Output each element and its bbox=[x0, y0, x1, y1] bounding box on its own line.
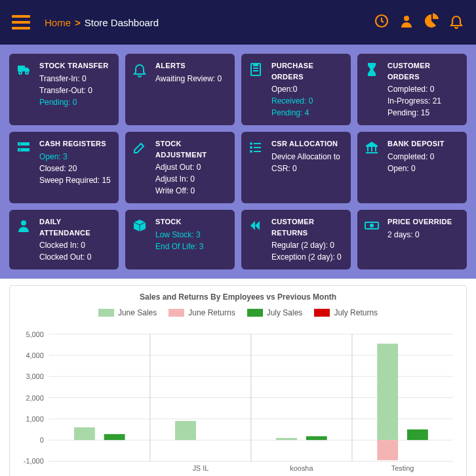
card-body: CUSTOMER RETURNSRegular (2 day): 0Except… bbox=[271, 216, 344, 263]
card-title: CUSTOMER ORDERS bbox=[387, 60, 460, 82]
dashboard-card[interactable]: DAILY ATTENDANCEClocked In: 0Clocked Out… bbox=[9, 210, 119, 269]
card-stat: Adjust In: 0 bbox=[155, 173, 228, 185]
legend-label: July Returns bbox=[334, 308, 378, 317]
dashboard-card[interactable]: CSR ALLOCATIONDevice Allocation to CSR: … bbox=[241, 132, 351, 203]
svg-rect-12 bbox=[367, 147, 368, 151]
svg-rect-44 bbox=[377, 440, 398, 460]
card-body: STOCK TRANSFERTransfer-In: 0Transfer-Out… bbox=[39, 60, 112, 119]
legend-item[interactable]: June Sales bbox=[98, 308, 157, 317]
card-stat: Transfer-Out: 0 bbox=[39, 85, 112, 96]
svg-rect-13 bbox=[371, 147, 372, 151]
svg-rect-34 bbox=[104, 434, 125, 440]
svg-rect-39 bbox=[276, 438, 297, 440]
clock-icon[interactable] bbox=[374, 13, 389, 31]
card-body: PURCHASE ORDERSOpen:0Received: 0Pending:… bbox=[271, 60, 344, 119]
svg-point-2 bbox=[19, 71, 22, 74]
svg-rect-14 bbox=[375, 147, 376, 151]
svg-text:3,000: 3,000 bbox=[26, 372, 43, 380]
card-stat: Device Allocation to CSR: 0 bbox=[271, 151, 344, 174]
card-stat: Write Off: 0 bbox=[155, 185, 228, 197]
dashboard-card[interactable]: CUSTOMER RETURNSRegular (2 day): 0Except… bbox=[241, 210, 351, 269]
card-title: CASH REGISTERS bbox=[39, 138, 112, 149]
card-body: STOCKLow Stock: 3End Of Life: 3 bbox=[155, 216, 228, 263]
app-header: Home > Store Dashboard bbox=[0, 0, 476, 45]
page-title: Store Dashboard bbox=[85, 17, 159, 28]
svg-point-8 bbox=[20, 149, 21, 151]
card-stat: Pending: 15 bbox=[387, 107, 460, 119]
breadcrumb-separator: > bbox=[75, 17, 81, 28]
legend-item[interactable]: July Returns bbox=[314, 308, 378, 317]
card-body: ALERTSAwaiting Review: 0 bbox=[155, 60, 228, 119]
card-body: BANK DEPOSITCompleted: 0Open: 0 bbox=[387, 138, 460, 197]
menu-icon[interactable] bbox=[12, 15, 30, 30]
dashboard-card[interactable]: PURCHASE ORDERSOpen:0Received: 0Pending:… bbox=[241, 54, 351, 125]
card-title: STOCK bbox=[155, 216, 228, 228]
card-stat: Exception (2 day): 0 bbox=[271, 251, 344, 263]
legend-label: June Returns bbox=[188, 308, 235, 317]
card-stat: Completed: 0 bbox=[387, 83, 460, 95]
svg-text:5,000: 5,000 bbox=[26, 330, 43, 338]
dashboard-card[interactable]: CUSTOMER ORDERSCompleted: 0In-Progress: … bbox=[357, 54, 467, 125]
dashboard-card[interactable]: PRICE OVERRIDE2 days: 0 bbox=[357, 210, 467, 269]
chart-title: Sales and Returns By Employees vs Previo… bbox=[16, 292, 460, 302]
edit-icon bbox=[132, 138, 150, 197]
svg-rect-36 bbox=[175, 421, 196, 440]
svg-point-7 bbox=[20, 144, 21, 145]
legend-swatch bbox=[98, 309, 114, 317]
svg-point-11 bbox=[250, 151, 252, 152]
breadcrumb-home[interactable]: Home bbox=[45, 17, 71, 28]
dashboard-cards: STOCK TRANSFERTransfer-In: 0Transfer-Out… bbox=[0, 45, 476, 279]
sales-returns-chart: Sales and Returns By Employees vs Previo… bbox=[9, 285, 467, 476]
card-stat: Clocked Out: 0 bbox=[39, 251, 112, 263]
charts-area: Sales and Returns By Employees vs Previo… bbox=[0, 279, 476, 476]
bell-icon[interactable] bbox=[448, 13, 464, 31]
svg-rect-33 bbox=[74, 427, 95, 440]
svg-point-9 bbox=[250, 143, 252, 144]
dashboard-card[interactable]: ALERTSAwaiting Review: 0 bbox=[125, 54, 235, 125]
svg-text:4,000: 4,000 bbox=[26, 351, 43, 359]
legend-item[interactable]: June Returns bbox=[169, 308, 235, 317]
svg-text:1,000: 1,000 bbox=[26, 415, 43, 423]
card-stat: Closed: 20 bbox=[39, 163, 112, 174]
card-title: CSR ALLOCATION bbox=[271, 138, 344, 149]
svg-text:-1,000: -1,000 bbox=[24, 457, 44, 465]
dashboard-card[interactable]: STOCK TRANSFERTransfer-In: 0Transfer-Out… bbox=[9, 54, 119, 125]
card-stat: Transfer-In: 0 bbox=[39, 73, 112, 85]
hourglass-icon bbox=[364, 60, 382, 119]
card-body: DAILY ATTENDANCEClocked In: 0Clocked Out… bbox=[39, 216, 112, 263]
clipboard-icon bbox=[248, 60, 266, 119]
card-stat: Pending: 0 bbox=[39, 96, 112, 108]
dashboard-card[interactable]: BANK DEPOSITCompleted: 0Open: 0 bbox=[357, 132, 467, 203]
svg-text:koosha: koosha bbox=[290, 464, 313, 472]
legend-item[interactable]: July Sales bbox=[247, 308, 303, 317]
legend-swatch bbox=[169, 309, 184, 317]
piechart-icon[interactable] bbox=[424, 13, 439, 31]
header-actions bbox=[374, 13, 464, 31]
svg-rect-40 bbox=[306, 436, 327, 440]
dashboard-card[interactable]: STOCK ADJUSTMENTAdjust Out: 0Adjust In: … bbox=[125, 132, 235, 203]
card-title: BANK DEPOSIT bbox=[387, 138, 460, 149]
dashboard-card[interactable]: CASH REGISTERSOpen: 3Closed: 20Sweep Req… bbox=[9, 132, 119, 203]
card-title: PRICE OVERRIDE bbox=[387, 216, 460, 228]
truck-icon bbox=[16, 60, 34, 119]
card-title: STOCK ADJUSTMENT bbox=[155, 138, 228, 160]
user-icon[interactable] bbox=[399, 13, 414, 31]
person-icon bbox=[16, 216, 34, 263]
svg-text:Testing: Testing bbox=[391, 464, 414, 472]
svg-text:JS IL: JS IL bbox=[192, 464, 208, 472]
card-stat: In-Progress: 21 bbox=[387, 95, 460, 107]
card-body: CASH REGISTERSOpen: 3Closed: 20Sweep Req… bbox=[39, 138, 112, 197]
svg-point-18 bbox=[370, 224, 373, 227]
card-title: DAILY ATTENDANCE bbox=[39, 216, 112, 238]
svg-rect-5 bbox=[18, 142, 30, 146]
svg-rect-15 bbox=[366, 152, 378, 153]
dashboard-card[interactable]: STOCKLow Stock: 3End Of Life: 3 bbox=[125, 210, 235, 269]
register-icon bbox=[16, 138, 34, 197]
card-stat: Open: 3 bbox=[39, 151, 112, 163]
card-body: STOCK ADJUSTMENTAdjust Out: 0Adjust In: … bbox=[155, 138, 228, 197]
legend-swatch bbox=[314, 309, 330, 317]
card-stat: End Of Life: 3 bbox=[155, 241, 228, 252]
svg-rect-6 bbox=[18, 148, 30, 151]
bell-icon bbox=[132, 60, 150, 119]
money-icon bbox=[364, 216, 382, 263]
